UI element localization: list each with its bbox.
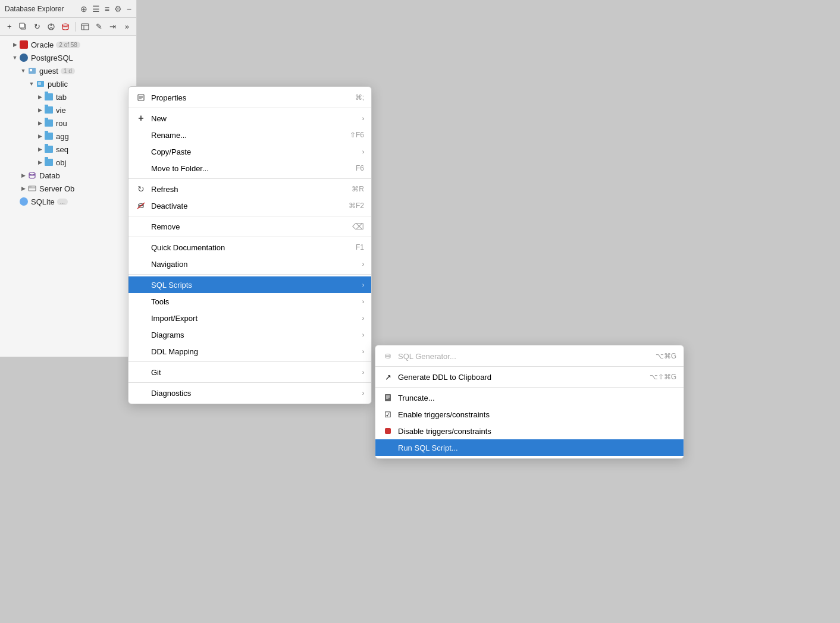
menu-item-diagrams[interactable]: Diagrams ›	[128, 326, 371, 343]
menu-item-tools[interactable]: Tools ›	[128, 293, 371, 310]
importexport-arrow: ›	[362, 315, 364, 322]
menu-item-remove[interactable]: Remove ⌫	[128, 218, 371, 235]
menu-item-quickdoc[interactable]: Quick Documentation F1	[128, 239, 371, 256]
sqlscripts-arrow: ›	[362, 282, 364, 288]
jump-btn[interactable]: ⇥	[107, 21, 119, 33]
navigation-label: Navigation	[151, 260, 362, 269]
menu-item-deactivate[interactable]: Deactivate ⌘F2	[128, 197, 371, 214]
group-icon[interactable]: ☰	[92, 4, 100, 14]
disabletriggers-label: Disable triggers/constraints	[398, 427, 676, 436]
generateddl-shortcut: ⌥⇧⌘G	[650, 373, 676, 381]
tree-item-views[interactable]: ▶ vie	[0, 103, 136, 117]
svg-rect-6	[82, 24, 89, 30]
menu-item-rename[interactable]: Rename... ⇧F6	[128, 127, 371, 143]
minimize-icon[interactable]: −	[127, 4, 131, 14]
tree-item-objects[interactable]: ▶ obj	[0, 156, 136, 169]
routines-label: rou	[56, 119, 67, 128]
git-icon	[136, 367, 146, 377]
menu-item-movetofolder[interactable]: Move to Folder... F6	[128, 160, 371, 177]
menu-item-generateddl[interactable]: ↗ Generate DDL to Clipboard ⌥⇧⌘G	[375, 369, 684, 385]
tree-item-sequences[interactable]: ▶ seq	[0, 143, 136, 156]
db-btn[interactable]	[59, 21, 71, 33]
navigation-arrow: ›	[362, 261, 364, 268]
add-data-source-icon[interactable]: ⊕	[80, 4, 87, 14]
copy-btn[interactable]	[18, 21, 30, 33]
server-obj-label: Server Ob	[39, 184, 74, 193]
git-arrow: ›	[362, 369, 364, 376]
sequences-chevron: ▶	[36, 145, 44, 153]
table-btn[interactable]	[79, 21, 91, 33]
quickdoc-label: Quick Documentation	[151, 243, 344, 252]
menu-item-git[interactable]: Git ›	[128, 364, 371, 380]
guest-chevron: ▼	[19, 67, 27, 75]
svg-point-18	[30, 187, 32, 188]
copypaste-icon	[136, 146, 146, 157]
menu-item-disabletriggers[interactable]: Disable triggers/constraints	[375, 423, 684, 439]
menu-item-ddlmapping[interactable]: DDL Mapping ›	[128, 343, 371, 360]
more-btn[interactable]: »	[121, 21, 133, 33]
svg-point-3	[51, 24, 52, 26]
sep7	[128, 382, 371, 383]
truncate-icon	[383, 392, 393, 403]
refresh-label: Refresh	[151, 185, 340, 194]
objects-folder-icon	[44, 158, 54, 167]
properties-icon	[136, 92, 146, 103]
settings-icon[interactable]: ⚙	[114, 4, 122, 14]
guest-icon	[27, 66, 37, 75]
generate-ddl-icon: ↗	[383, 372, 393, 382]
sqlite-label: SQLite	[31, 197, 55, 206]
menu-item-navigation[interactable]: Navigation ›	[128, 256, 371, 272]
copypaste-arrow: ›	[362, 149, 364, 155]
tree-item-database[interactable]: ▶ Datab	[0, 169, 136, 182]
menu-item-sqlgenerator[interactable]: SQL Generator... ⌥⌘G	[375, 348, 684, 364]
sep1	[128, 108, 371, 108]
menu-item-importexport[interactable]: Import/Export ›	[128, 310, 371, 326]
diagnostics-arrow: ›	[362, 390, 364, 397]
tree-item-routines[interactable]: ▶ rou	[0, 117, 136, 130]
menu-item-truncate[interactable]: Truncate...	[375, 389, 684, 406]
tree-item-server-obj[interactable]: ▶ Server Ob	[0, 182, 136, 195]
tree-item-tables[interactable]: ▶ tab	[0, 90, 136, 103]
tree-item-aggregates[interactable]: ▶ agg	[0, 130, 136, 143]
database-chevron: ▶	[19, 171, 27, 180]
tree-item-sqlite[interactable]: SQLite ...	[0, 195, 136, 208]
aggregates-label: agg	[56, 132, 69, 141]
svg-point-13	[29, 172, 35, 175]
quickdoc-shortcut: F1	[356, 243, 364, 251]
refresh-btn[interactable]: ↻	[32, 21, 43, 33]
views-folder-icon	[44, 105, 54, 115]
objects-chevron: ▶	[36, 158, 44, 166]
menu-item-refresh[interactable]: ↻ Refresh ⌘R	[128, 181, 371, 197]
tree-item-oracle[interactable]: ▶ Oracle 2 of 58	[0, 38, 136, 51]
diagrams-label: Diagrams	[151, 331, 362, 339]
tree-item-guest[interactable]: ▼ guest 1 d	[0, 64, 136, 77]
menu-item-new[interactable]: + New ›	[128, 110, 371, 127]
svg-rect-10	[30, 69, 32, 71]
schema-btn[interactable]	[46, 21, 58, 33]
movetofolder-shortcut: F6	[356, 164, 364, 172]
rename-icon	[136, 130, 146, 140]
views-chevron: ▶	[36, 106, 44, 114]
aggregates-folder-icon	[44, 131, 54, 141]
menu-item-runsqlscript[interactable]: Run SQL Script...	[375, 439, 684, 456]
filter-icon[interactable]: ≡	[105, 4, 109, 14]
tree-item-postgresql[interactable]: ▼ PostgreSQL	[0, 51, 136, 64]
new-connection-btn[interactable]: +	[4, 21, 15, 33]
tools-icon	[136, 296, 146, 307]
edit-btn[interactable]: ✎	[93, 21, 105, 33]
sep3	[128, 216, 371, 216]
menu-item-enabletriggers[interactable]: ☑ Enable triggers/constraints	[375, 406, 684, 423]
menu-item-properties[interactable]: Properties ⌘;	[128, 89, 371, 106]
enabletriggers-label: Enable triggers/constraints	[398, 410, 676, 419]
menu-item-diagnostics[interactable]: Diagnostics ›	[128, 385, 371, 401]
oracle-icon	[19, 40, 29, 49]
tables-chevron: ▶	[36, 93, 44, 101]
tree-item-public[interactable]: ▼ public	[0, 77, 136, 90]
movetofolder-icon	[136, 163, 146, 174]
movetofolder-label: Move to Folder...	[151, 164, 344, 173]
new-plus-icon: +	[136, 113, 146, 124]
tables-folder-icon	[44, 92, 54, 102]
routines-chevron: ▶	[36, 119, 44, 127]
menu-item-sqlscripts[interactable]: SQL Scripts ›	[128, 276, 371, 293]
menu-item-copypaste[interactable]: Copy/Paste ›	[128, 143, 371, 160]
